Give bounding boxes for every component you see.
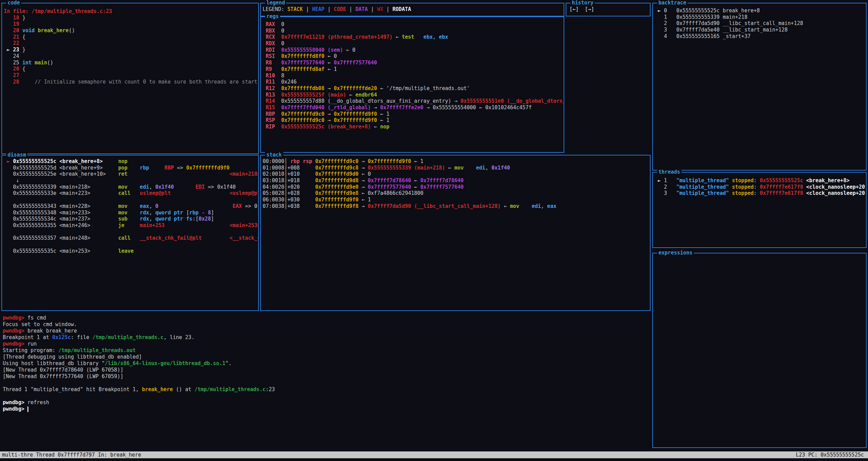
text-segment	[464, 165, 476, 171]
text-segment: :	[754, 177, 760, 184]
text-segment: /lib/x86_64-linux-gnu/libthread_db.so.1	[105, 360, 225, 366]
history-forward-button[interactable]: [→]	[585, 6, 594, 16]
text-segment: ←	[346, 92, 355, 98]
text-segment: 0x7ffff7e617f8	[760, 184, 803, 190]
text-segment: RODATA	[392, 6, 411, 12]
text-segment	[174, 184, 196, 190]
text-segment: 0x7fffffffd9f0	[334, 111, 377, 117]
text-segment: 2 0x7ffff7da5d90 __libc_start_call_main+…	[655, 20, 803, 26]
text-segment: ,	[541, 203, 547, 209]
line: 0x555555555339 <main+218> mov edi, 0x1f4…	[4, 184, 257, 190]
text-segment: qword ptr	[155, 216, 183, 222]
text-segment: RSP	[263, 117, 275, 123]
text-segment: ←	[411, 177, 420, 184]
text-segment: RDX	[263, 40, 275, 47]
text-segment: R15	[263, 104, 275, 111]
text-segment: 0x7fffffffd9f0	[368, 158, 411, 164]
line: pwndbg> refresh	[3, 399, 866, 406]
text-segment: 22	[4, 40, 19, 46]
text-segment	[127, 216, 140, 222]
line: 20 void break_here()	[4, 27, 257, 34]
text-segment: mov	[118, 210, 127, 216]
text-segment: |	[325, 6, 334, 12]
line: 21 {	[4, 34, 257, 40]
text-segment: ebx, ebx	[414, 34, 448, 40]
text-segment: ←	[445, 165, 454, 171]
text-segment: Focus set to cmd window.	[3, 321, 77, 327]
line: 3 0x7ffff7da5e40 __libc_start_main+128	[655, 27, 865, 33]
text-segment: =>	[174, 165, 186, 171]
line: 0x55555555534c <main+237> sub rdx, qword…	[4, 216, 257, 222]
text-segment: pwndbg>	[3, 315, 27, 321]
text-segment: 0x7ffff7577640	[334, 60, 377, 66]
text-segment: }	[19, 47, 25, 53]
text-segment: Thread 1 "multiple_thread" hit Breakpoin…	[3, 386, 142, 393]
line: 0x55555555525d <break_here+9> pop rbp RB…	[4, 165, 257, 171]
line	[4, 241, 257, 248]
line: RBX 0	[263, 28, 563, 34]
line: R8 0x7ffff7577640 ← 0x7ffff7577640	[263, 60, 563, 66]
text-segment: 21	[4, 34, 19, 40]
text-segment: 25	[4, 60, 22, 66]
text-segment	[729, 177, 732, 184]
line: R11 0x246	[263, 79, 563, 85]
text-segment: 0x7fffffffd9f0	[315, 197, 358, 203]
text-segment: R9	[263, 66, 272, 72]
panel-threads-content: ► 1 "multiple_thread" stopped: 0x5555555…	[653, 173, 866, 247]
panel-legend: legend LEGEND: STACK | HEAP | CODE | DAT…	[260, 3, 564, 16]
status-right: L23 PC: 0x55555555525c	[796, 451, 868, 458]
text-segment: CODE	[334, 6, 346, 12]
text-segment: R8	[263, 60, 272, 66]
text-segment	[127, 184, 140, 190]
text-segment: 0x7ffff7da5d90 (__libc_start_call_main+1…	[368, 203, 501, 209]
text-segment: [New Thread 0x7ffff7577640 (LWP 67059)]	[3, 373, 123, 379]
text-segment: ← 1	[411, 158, 424, 164]
text-segment: 0x7ffff7e11219 (pthread_create+1497)	[275, 34, 392, 40]
text-cursor	[27, 407, 28, 412]
text-segment: qword ptr	[155, 210, 183, 216]
text-segment: 02:0010│+010	[263, 171, 315, 177]
text-segment: 24	[4, 53, 19, 59]
text-segment: ← 1	[325, 66, 337, 72]
text-segment: {	[19, 34, 25, 40]
text-segment: →	[358, 158, 368, 164]
text-segment: rdx	[140, 210, 149, 216]
line: 18 }	[4, 15, 257, 21]
text-segment: main	[35, 60, 47, 66]
panel-stack-content: 00:0000│ rbp rsp 0x7fffffffd9c0 → 0x7fff…	[261, 155, 650, 310]
terminal-output[interactable]: pwndbg> fs cmdFocus set to cmd window.pw…	[3, 315, 866, 412]
text-segment: rdx	[140, 216, 149, 222]
text-segment	[312, 158, 315, 164]
text-segment	[729, 190, 732, 196]
text-segment: 0x7ffff7ffe2e0	[380, 104, 423, 111]
panel-history-content: [←] [→]	[566, 3, 650, 16]
text-segment	[32, 60, 35, 66]
line: 0x55555555525e <break_here+10> ret <main…	[4, 171, 257, 177]
text-segment: pop	[118, 165, 127, 171]
text-segment: →	[325, 85, 334, 91]
text-segment: ←	[371, 124, 380, 130]
text-segment	[130, 235, 140, 241]
line: LEGEND: STACK | HEAP | CODE | DATA | WX …	[263, 6, 563, 13]
text-segment: ← 1	[377, 111, 389, 117]
text-segment: 0x7fffffffd9d0	[315, 171, 358, 177]
text-segment: : file	[71, 334, 92, 340]
text-segment: void	[22, 27, 35, 34]
text-segment	[519, 203, 532, 209]
text-segment: je	[118, 222, 124, 228]
text-segment: /tmp/multiple_threads.c	[92, 334, 164, 340]
history-back-button[interactable]: [←]	[569, 6, 579, 16]
text-segment: 28	[4, 79, 19, 85]
panel-code: code In file: /tmp/multiple_threads.c:23…	[1, 3, 259, 154]
line: R13 0x55555555525f (main) ← endbr64	[263, 92, 563, 98]
text-segment: 18	[4, 15, 19, 21]
text-segment: 0x7fffffffd9f8	[315, 203, 358, 209]
text-segment: RBP	[263, 111, 275, 117]
text-segment: RSI	[263, 53, 275, 59]
text-segment: => 0	[242, 203, 257, 209]
text-segment: ← 0	[358, 171, 371, 177]
text-segment: 0x1f40	[491, 165, 510, 171]
text-segment: call	[118, 190, 130, 196]
text-segment	[130, 190, 140, 196]
text-segment: RIP	[263, 124, 275, 130]
